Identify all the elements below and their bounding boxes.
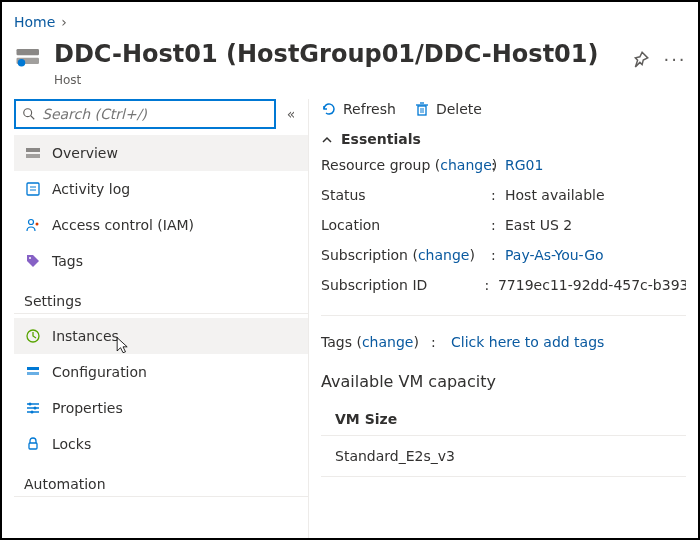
- svg-point-21: [31, 410, 34, 413]
- nav-label: Configuration: [52, 364, 147, 380]
- nav-label: Activity log: [52, 181, 130, 197]
- value-subscription[interactable]: Pay-As-You-Go: [505, 247, 604, 263]
- delete-button[interactable]: Delete: [414, 101, 482, 117]
- iam-icon: [24, 216, 42, 234]
- value-tags[interactable]: Click here to add tags: [451, 334, 604, 350]
- section-settings: Settings: [14, 279, 308, 314]
- nav-label: Properties: [52, 400, 123, 416]
- svg-point-12: [29, 257, 31, 259]
- svg-rect-22: [29, 443, 37, 449]
- svg-rect-6: [26, 154, 40, 158]
- nav-overview[interactable]: Overview: [14, 135, 308, 171]
- lock-icon: [24, 435, 42, 453]
- value-subscription-id: 7719ec11-92dd-457c-b393-: [498, 277, 686, 293]
- svg-point-11: [36, 222, 39, 225]
- properties-icon: [24, 399, 42, 417]
- overview-icon: [24, 144, 42, 162]
- more-button[interactable]: ···: [664, 48, 686, 70]
- search-icon: [22, 107, 36, 121]
- nav-properties[interactable]: Properties: [14, 390, 308, 426]
- essentials-toggle[interactable]: Essentials: [321, 131, 686, 157]
- nav-locks[interactable]: Locks: [14, 426, 308, 462]
- label-location: Location: [321, 217, 491, 233]
- pin-button[interactable]: [630, 48, 652, 70]
- search-box[interactable]: [14, 99, 276, 129]
- svg-rect-23: [418, 106, 426, 115]
- nav-access-control[interactable]: Access control (IAM): [14, 207, 308, 243]
- breadcrumb-sep: ›: [61, 14, 67, 30]
- svg-rect-7: [27, 183, 39, 195]
- value-resource-group[interactable]: RG01: [505, 157, 543, 173]
- nav-tags[interactable]: Tags: [14, 243, 308, 279]
- activity-log-icon: [24, 180, 42, 198]
- collapse-sidebar-button[interactable]: «: [282, 106, 300, 122]
- tag-icon: [24, 252, 42, 270]
- trash-icon: [414, 101, 430, 117]
- chevron-up-icon: [321, 133, 333, 145]
- change-tags[interactable]: change: [362, 334, 414, 350]
- vm-col-header: VM Size: [321, 403, 686, 435]
- svg-point-20: [34, 406, 37, 409]
- svg-point-19: [29, 402, 32, 405]
- essentials-divider: [321, 315, 686, 316]
- vm-capacity-table: VM Size Standard_E2s_v3: [321, 403, 686, 477]
- nav-label: Overview: [52, 145, 118, 161]
- instances-icon: [24, 327, 42, 345]
- svg-point-10: [29, 219, 34, 224]
- nav-activity-log[interactable]: Activity log: [14, 171, 308, 207]
- essentials-title: Essentials: [341, 131, 421, 147]
- action-label: Delete: [436, 101, 482, 117]
- resource-type: Host: [54, 73, 620, 87]
- host-icon: [14, 44, 44, 74]
- essentials-grid: Resource group (change) : RG01 Status : …: [321, 157, 686, 350]
- breadcrumb-home[interactable]: Home: [14, 14, 55, 30]
- configuration-icon: [24, 363, 42, 381]
- change-resource-group[interactable]: change: [440, 157, 492, 173]
- nav-label: Access control (IAM): [52, 217, 194, 233]
- vm-capacity-title: Available VM capacity: [321, 350, 686, 403]
- label-status: Status: [321, 187, 491, 203]
- svg-rect-14: [27, 367, 39, 370]
- value-location: East US 2: [505, 217, 572, 233]
- page-title: DDC-Host01 (HostGroup01/DDC-Host01): [54, 40, 620, 69]
- action-label: Refresh: [343, 101, 396, 117]
- section-automation: Automation: [14, 462, 308, 497]
- label-tags: Tags (change): [321, 334, 431, 350]
- sidebar: « Overview Activity log: [14, 99, 309, 538]
- nav-label: Locks: [52, 436, 91, 452]
- svg-rect-0: [17, 49, 40, 55]
- refresh-button[interactable]: Refresh: [321, 101, 396, 117]
- table-row: Standard_E2s_v3: [321, 435, 686, 477]
- refresh-icon: [321, 101, 337, 117]
- nav-label: Tags: [52, 253, 83, 269]
- value-status: Host available: [505, 187, 605, 203]
- content-pane: Refresh Delete Essentials Resource group…: [309, 99, 686, 538]
- svg-rect-5: [26, 148, 40, 152]
- svg-point-3: [24, 109, 32, 117]
- nav-configuration[interactable]: Configuration: [14, 354, 308, 390]
- label-subscription-id: Subscription ID: [321, 277, 484, 293]
- search-input[interactable]: [42, 106, 268, 122]
- svg-line-4: [31, 116, 35, 120]
- label-resource-group: Resource group (change): [321, 157, 491, 173]
- breadcrumb: Home ›: [14, 10, 686, 34]
- change-subscription[interactable]: change: [418, 247, 470, 263]
- page-header: DDC-Host01 (HostGroup01/DDC-Host01) Host…: [14, 34, 686, 99]
- label-subscription: Subscription (change): [321, 247, 491, 263]
- svg-point-2: [18, 59, 26, 67]
- svg-rect-15: [27, 372, 39, 375]
- nav-instances[interactable]: Instances: [14, 318, 308, 354]
- command-bar: Refresh Delete: [321, 99, 686, 131]
- nav-label: Instances: [52, 328, 119, 344]
